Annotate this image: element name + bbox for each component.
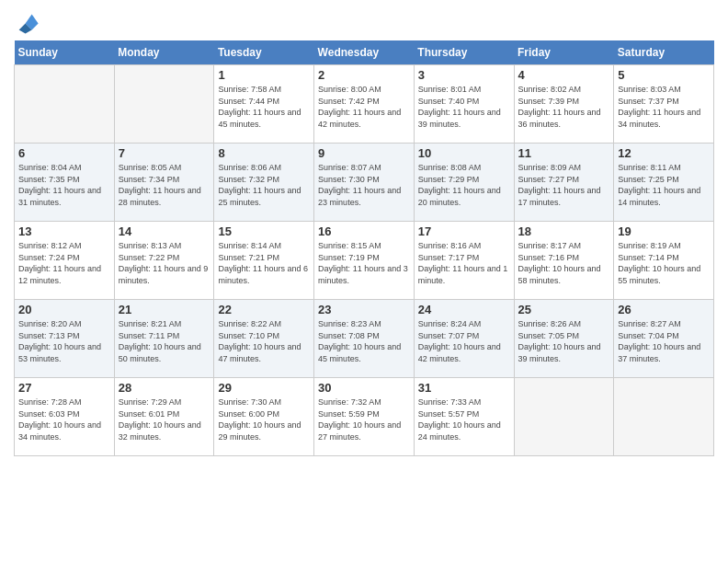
calendar-cell: 19Sunrise: 8:19 AM Sunset: 7:14 PM Dayli…	[614, 222, 714, 300]
day-info: Sunrise: 8:27 AM Sunset: 7:04 PM Dayligh…	[618, 318, 710, 364]
day-number: 4	[518, 68, 610, 82]
day-info: Sunrise: 7:58 AM Sunset: 7:44 PM Dayligh…	[218, 84, 310, 130]
calendar-cell: 3Sunrise: 8:01 AM Sunset: 7:40 PM Daylig…	[414, 65, 514, 144]
calendar-week-2: 6Sunrise: 8:04 AM Sunset: 7:35 PM Daylig…	[15, 144, 714, 222]
day-number: 2	[318, 68, 410, 82]
day-info: Sunrise: 8:06 AM Sunset: 7:32 PM Dayligh…	[218, 162, 310, 208]
day-number: 19	[618, 224, 710, 238]
calendar-cell: 21Sunrise: 8:21 AM Sunset: 7:11 PM Dayli…	[114, 300, 214, 378]
calendar-cell: 23Sunrise: 8:23 AM Sunset: 7:08 PM Dayli…	[314, 300, 415, 378]
day-number: 11	[518, 146, 610, 160]
day-number: 14	[119, 224, 210, 238]
day-number: 24	[418, 303, 510, 316]
calendar-week-5: 27Sunrise: 7:28 AM Sunset: 6:03 PM Dayli…	[15, 378, 714, 456]
day-info: Sunrise: 8:26 AM Sunset: 7:05 PM Dayligh…	[518, 318, 610, 364]
page-header	[14, 9, 714, 35]
calendar-cell: 30Sunrise: 7:32 AM Sunset: 5:59 PM Dayli…	[314, 378, 415, 456]
day-number: 16	[318, 224, 410, 238]
day-info: Sunrise: 7:32 AM Sunset: 5:59 PM Dayligh…	[318, 396, 410, 442]
day-number: 12	[618, 146, 710, 160]
calendar-cell: 10Sunrise: 8:08 AM Sunset: 7:29 PM Dayli…	[414, 144, 514, 222]
day-info: Sunrise: 8:05 AM Sunset: 7:34 PM Dayligh…	[119, 162, 210, 208]
calendar-cell: 13Sunrise: 8:12 AM Sunset: 7:24 PM Dayli…	[15, 222, 115, 300]
day-info: Sunrise: 8:07 AM Sunset: 7:30 PM Dayligh…	[318, 162, 410, 208]
calendar-cell	[614, 378, 714, 456]
day-number: 13	[18, 224, 110, 238]
day-info: Sunrise: 8:24 AM Sunset: 7:07 PM Dayligh…	[418, 318, 510, 364]
day-number: 31	[418, 381, 510, 395]
calendar-cell	[514, 378, 614, 456]
calendar-cell: 4Sunrise: 8:02 AM Sunset: 7:39 PM Daylig…	[514, 65, 614, 144]
day-info: Sunrise: 8:16 AM Sunset: 7:17 PM Dayligh…	[418, 240, 510, 286]
day-info: Sunrise: 8:17 AM Sunset: 7:16 PM Dayligh…	[518, 240, 610, 286]
header-saturday: Saturday	[614, 40, 714, 65]
day-info: Sunrise: 8:23 AM Sunset: 7:08 PM Dayligh…	[318, 318, 410, 364]
day-info: Sunrise: 8:04 AM Sunset: 7:35 PM Dayligh…	[18, 162, 110, 208]
header-row: SundayMondayTuesdayWednesdayThursdayFrid…	[15, 40, 714, 65]
day-info: Sunrise: 8:09 AM Sunset: 7:27 PM Dayligh…	[518, 162, 610, 208]
calendar-cell: 29Sunrise: 7:30 AM Sunset: 6:00 PM Dayli…	[214, 378, 314, 456]
logo	[14, 9, 43, 35]
calendar-cell: 6Sunrise: 8:04 AM Sunset: 7:35 PM Daylig…	[15, 144, 115, 222]
day-number: 8	[218, 146, 310, 160]
day-info: Sunrise: 8:00 AM Sunset: 7:42 PM Dayligh…	[318, 84, 410, 130]
day-number: 10	[418, 146, 510, 160]
day-number: 26	[618, 303, 710, 316]
calendar-cell: 26Sunrise: 8:27 AM Sunset: 7:04 PM Dayli…	[614, 300, 714, 378]
day-info: Sunrise: 7:29 AM Sunset: 6:01 PM Dayligh…	[119, 396, 210, 442]
day-number: 28	[119, 381, 210, 395]
calendar-cell	[15, 65, 115, 144]
header-wednesday: Wednesday	[314, 40, 415, 65]
calendar-cell: 7Sunrise: 8:05 AM Sunset: 7:34 PM Daylig…	[114, 144, 214, 222]
day-number: 17	[418, 224, 510, 238]
day-number: 18	[518, 224, 610, 238]
day-number: 6	[18, 146, 110, 160]
calendar-cell: 9Sunrise: 8:07 AM Sunset: 7:30 PM Daylig…	[314, 144, 415, 222]
calendar-cell: 2Sunrise: 8:00 AM Sunset: 7:42 PM Daylig…	[314, 65, 415, 144]
day-info: Sunrise: 8:19 AM Sunset: 7:14 PM Dayligh…	[618, 240, 710, 286]
header-tuesday: Tuesday	[214, 40, 314, 65]
calendar-cell: 15Sunrise: 8:14 AM Sunset: 7:21 PM Dayli…	[214, 222, 314, 300]
calendar-cell: 18Sunrise: 8:17 AM Sunset: 7:16 PM Dayli…	[514, 222, 614, 300]
day-number: 15	[218, 224, 310, 238]
day-info: Sunrise: 7:28 AM Sunset: 6:03 PM Dayligh…	[18, 396, 110, 442]
header-sunday: Sunday	[15, 40, 115, 65]
day-info: Sunrise: 8:02 AM Sunset: 7:39 PM Dayligh…	[518, 84, 610, 130]
calendar-cell: 1Sunrise: 7:58 AM Sunset: 7:44 PM Daylig…	[214, 65, 314, 144]
calendar-week-4: 20Sunrise: 8:20 AM Sunset: 7:13 PM Dayli…	[15, 300, 714, 378]
calendar-cell: 24Sunrise: 8:24 AM Sunset: 7:07 PM Dayli…	[414, 300, 514, 378]
day-number: 9	[318, 146, 410, 160]
day-number: 25	[518, 303, 610, 316]
day-info: Sunrise: 8:14 AM Sunset: 7:21 PM Dayligh…	[218, 240, 310, 286]
day-info: Sunrise: 8:01 AM Sunset: 7:40 PM Dayligh…	[418, 84, 510, 130]
day-number: 23	[318, 303, 410, 316]
day-info: Sunrise: 8:15 AM Sunset: 7:19 PM Dayligh…	[318, 240, 410, 286]
day-number: 22	[218, 303, 310, 316]
calendar-cell: 12Sunrise: 8:11 AM Sunset: 7:25 PM Dayli…	[614, 144, 714, 222]
day-info: Sunrise: 7:30 AM Sunset: 6:00 PM Dayligh…	[218, 396, 310, 442]
day-number: 3	[418, 68, 510, 82]
calendar-cell: 31Sunrise: 7:33 AM Sunset: 5:57 PM Dayli…	[414, 378, 514, 456]
day-info: Sunrise: 8:12 AM Sunset: 7:24 PM Dayligh…	[18, 240, 110, 286]
calendar-cell: 25Sunrise: 8:26 AM Sunset: 7:05 PM Dayli…	[514, 300, 614, 378]
day-info: Sunrise: 8:22 AM Sunset: 7:10 PM Dayligh…	[218, 318, 310, 364]
header-friday: Friday	[514, 40, 614, 65]
day-info: Sunrise: 8:21 AM Sunset: 7:11 PM Dayligh…	[119, 318, 210, 364]
calendar-cell	[114, 65, 214, 144]
day-info: Sunrise: 8:20 AM Sunset: 7:13 PM Dayligh…	[18, 318, 110, 364]
calendar-cell: 16Sunrise: 8:15 AM Sunset: 7:19 PM Dayli…	[314, 222, 415, 300]
day-number: 1	[218, 68, 310, 82]
calendar-cell: 5Sunrise: 8:03 AM Sunset: 7:37 PM Daylig…	[614, 65, 714, 144]
day-info: Sunrise: 8:11 AM Sunset: 7:25 PM Dayligh…	[618, 162, 710, 208]
header-monday: Monday	[114, 40, 214, 65]
day-number: 20	[18, 303, 110, 316]
day-info: Sunrise: 8:13 AM Sunset: 7:22 PM Dayligh…	[119, 240, 210, 286]
calendar-cell: 14Sunrise: 8:13 AM Sunset: 7:22 PM Dayli…	[114, 222, 214, 300]
day-number: 7	[119, 146, 210, 160]
day-info: Sunrise: 8:03 AM Sunset: 7:37 PM Dayligh…	[618, 84, 710, 130]
calendar-cell: 11Sunrise: 8:09 AM Sunset: 7:27 PM Dayli…	[514, 144, 614, 222]
calendar-table: SundayMondayTuesdayWednesdayThursdayFrid…	[14, 40, 714, 456]
day-number: 29	[218, 381, 310, 395]
calendar-cell: 8Sunrise: 8:06 AM Sunset: 7:32 PM Daylig…	[214, 144, 314, 222]
day-number: 30	[318, 381, 410, 395]
